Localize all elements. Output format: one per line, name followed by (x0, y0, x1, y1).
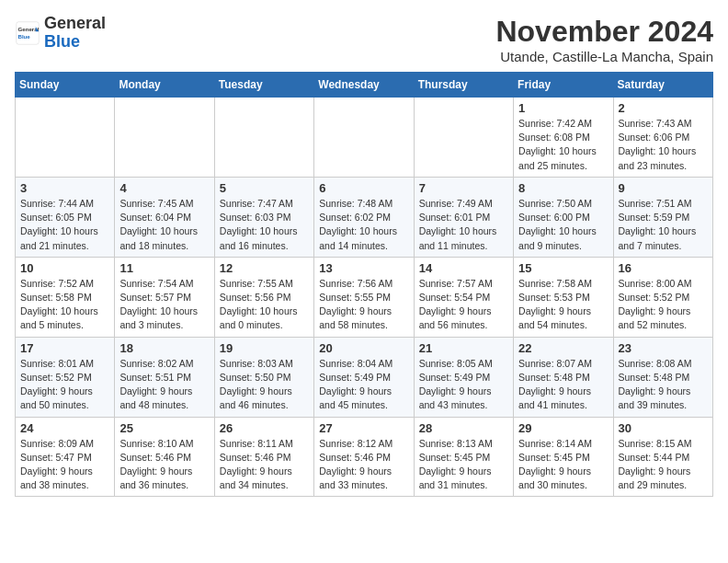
day-of-week-header: Wednesday (314, 73, 414, 98)
day-info: Sunrise: 8:15 AM Sunset: 5:44 PM Dayligh… (619, 437, 708, 493)
calendar-day-cell (214, 98, 313, 178)
calendar-week-row: 10Sunrise: 7:52 AM Sunset: 5:58 PM Dayli… (16, 257, 713, 337)
day-info: Sunrise: 7:58 AM Sunset: 5:53 PM Dayligh… (518, 277, 608, 333)
day-number: 27 (319, 421, 408, 435)
calendar-day-cell: 3Sunrise: 7:44 AM Sunset: 6:05 PM Daylig… (16, 177, 115, 257)
day-info: Sunrise: 8:03 AM Sunset: 5:50 PM Dayligh… (220, 357, 309, 413)
calendar-day-cell: 24Sunrise: 8:09 AM Sunset: 5:47 PM Dayli… (16, 417, 115, 497)
month-title: November 2024 (495, 15, 713, 49)
day-of-week-header: Sunday (16, 73, 115, 98)
calendar-day-cell: 15Sunrise: 7:58 AM Sunset: 5:53 PM Dayli… (514, 257, 613, 337)
day-number: 26 (220, 421, 309, 435)
day-number: 17 (20, 341, 109, 355)
day-number: 14 (419, 261, 508, 275)
day-number: 11 (119, 261, 209, 275)
calendar-week-row: 24Sunrise: 8:09 AM Sunset: 5:47 PM Dayli… (16, 417, 713, 497)
calendar-day-cell: 19Sunrise: 8:03 AM Sunset: 5:50 PM Dayli… (214, 337, 313, 417)
day-number: 9 (619, 181, 708, 195)
calendar-day-cell: 26Sunrise: 8:11 AM Sunset: 5:46 PM Dayli… (214, 417, 313, 497)
day-number: 18 (119, 341, 209, 355)
day-number: 2 (619, 101, 708, 115)
day-info: Sunrise: 7:51 AM Sunset: 5:59 PM Dayligh… (619, 197, 708, 253)
day-info: Sunrise: 8:05 AM Sunset: 5:49 PM Dayligh… (419, 357, 508, 413)
page-header: General Blue General Blue November 2024 … (15, 15, 713, 64)
calendar-day-cell (414, 98, 513, 178)
day-info: Sunrise: 7:56 AM Sunset: 5:55 PM Dayligh… (319, 277, 408, 333)
day-number: 30 (619, 421, 708, 435)
day-number: 6 (319, 181, 408, 195)
calendar-week-row: 1Sunrise: 7:42 AM Sunset: 6:08 PM Daylig… (16, 98, 713, 178)
day-info: Sunrise: 7:52 AM Sunset: 5:58 PM Dayligh… (20, 277, 109, 333)
day-number: 24 (20, 421, 109, 435)
day-number: 23 (619, 341, 708, 355)
calendar-day-cell: 29Sunrise: 8:14 AM Sunset: 5:45 PM Dayli… (514, 417, 613, 497)
logo-blue: Blue (44, 32, 80, 51)
day-of-week-header: Monday (115, 73, 214, 98)
calendar-day-cell: 13Sunrise: 7:56 AM Sunset: 5:55 PM Dayli… (314, 257, 414, 337)
calendar-day-cell: 11Sunrise: 7:54 AM Sunset: 5:57 PM Dayli… (115, 257, 214, 337)
day-info: Sunrise: 8:08 AM Sunset: 5:48 PM Dayligh… (619, 357, 708, 413)
logo-icon: General Blue (15, 20, 40, 46)
calendar-day-cell: 7Sunrise: 7:49 AM Sunset: 6:01 PM Daylig… (414, 177, 513, 257)
day-info: Sunrise: 7:57 AM Sunset: 5:54 PM Dayligh… (419, 277, 508, 333)
day-info: Sunrise: 7:47 AM Sunset: 6:03 PM Dayligh… (220, 197, 309, 253)
calendar-table: SundayMondayTuesdayWednesdayThursdayFrid… (15, 72, 713, 497)
day-number: 8 (518, 181, 608, 195)
day-number: 19 (220, 341, 309, 355)
calendar-day-cell: 8Sunrise: 7:50 AM Sunset: 6:00 PM Daylig… (514, 177, 613, 257)
day-number: 13 (319, 261, 408, 275)
calendar-day-cell: 28Sunrise: 8:13 AM Sunset: 5:45 PM Dayli… (414, 417, 513, 497)
day-info: Sunrise: 8:11 AM Sunset: 5:46 PM Dayligh… (220, 437, 309, 493)
day-info: Sunrise: 7:44 AM Sunset: 6:05 PM Dayligh… (20, 197, 109, 253)
calendar-day-cell: 5Sunrise: 7:47 AM Sunset: 6:03 PM Daylig… (214, 177, 313, 257)
day-of-week-header: Friday (514, 73, 613, 98)
calendar-day-cell: 25Sunrise: 8:10 AM Sunset: 5:46 PM Dayli… (115, 417, 214, 497)
day-number: 3 (20, 181, 109, 195)
day-info: Sunrise: 8:00 AM Sunset: 5:52 PM Dayligh… (619, 277, 708, 333)
day-number: 5 (220, 181, 309, 195)
calendar-day-cell: 16Sunrise: 8:00 AM Sunset: 5:52 PM Dayli… (613, 257, 712, 337)
day-info: Sunrise: 8:14 AM Sunset: 5:45 PM Dayligh… (518, 437, 608, 493)
title-block: November 2024 Utande, Castille-La Mancha… (495, 15, 713, 64)
day-info: Sunrise: 8:02 AM Sunset: 5:51 PM Dayligh… (119, 357, 209, 413)
calendar-week-row: 3Sunrise: 7:44 AM Sunset: 6:05 PM Daylig… (16, 177, 713, 257)
day-info: Sunrise: 8:12 AM Sunset: 5:46 PM Dayligh… (319, 437, 408, 493)
day-info: Sunrise: 7:49 AM Sunset: 6:01 PM Dayligh… (419, 197, 508, 253)
location-subtitle: Utande, Castille-La Mancha, Spain (495, 49, 713, 64)
logo: General Blue General Blue (15, 15, 106, 52)
calendar-day-cell: 2Sunrise: 7:43 AM Sunset: 6:06 PM Daylig… (613, 98, 712, 178)
calendar-day-cell: 18Sunrise: 8:02 AM Sunset: 5:51 PM Dayli… (115, 337, 214, 417)
logo-general: General (44, 14, 106, 32)
calendar-day-cell (115, 98, 214, 178)
calendar-day-cell: 10Sunrise: 7:52 AM Sunset: 5:58 PM Dayli… (16, 257, 115, 337)
calendar-day-cell (16, 98, 115, 178)
calendar-day-cell: 23Sunrise: 8:08 AM Sunset: 5:48 PM Dayli… (613, 337, 712, 417)
calendar-day-cell: 30Sunrise: 8:15 AM Sunset: 5:44 PM Dayli… (613, 417, 712, 497)
day-info: Sunrise: 7:48 AM Sunset: 6:02 PM Dayligh… (319, 197, 408, 253)
calendar-day-cell: 14Sunrise: 7:57 AM Sunset: 5:54 PM Dayli… (414, 257, 513, 337)
calendar-week-row: 17Sunrise: 8:01 AM Sunset: 5:52 PM Dayli… (16, 337, 713, 417)
svg-text:Blue: Blue (18, 33, 31, 40)
day-number: 10 (20, 261, 109, 275)
calendar-day-cell (314, 98, 414, 178)
day-info: Sunrise: 7:42 AM Sunset: 6:08 PM Dayligh… (518, 117, 608, 173)
calendar-day-cell: 20Sunrise: 8:04 AM Sunset: 5:49 PM Dayli… (314, 337, 414, 417)
day-info: Sunrise: 8:01 AM Sunset: 5:52 PM Dayligh… (20, 357, 109, 413)
day-number: 20 (319, 341, 408, 355)
day-number: 25 (119, 421, 209, 435)
day-info: Sunrise: 7:55 AM Sunset: 5:56 PM Dayligh… (220, 277, 309, 333)
day-number: 29 (518, 421, 608, 435)
calendar-day-cell: 12Sunrise: 7:55 AM Sunset: 5:56 PM Dayli… (214, 257, 313, 337)
day-number: 12 (220, 261, 309, 275)
day-info: Sunrise: 7:54 AM Sunset: 5:57 PM Dayligh… (119, 277, 209, 333)
calendar-day-cell: 27Sunrise: 8:12 AM Sunset: 5:46 PM Dayli… (314, 417, 414, 497)
day-number: 16 (619, 261, 708, 275)
day-info: Sunrise: 8:07 AM Sunset: 5:48 PM Dayligh… (518, 357, 608, 413)
calendar-day-cell: 17Sunrise: 8:01 AM Sunset: 5:52 PM Dayli… (16, 337, 115, 417)
day-info: Sunrise: 7:50 AM Sunset: 6:00 PM Dayligh… (518, 197, 608, 253)
day-info: Sunrise: 8:13 AM Sunset: 5:45 PM Dayligh… (419, 437, 508, 493)
day-number: 7 (419, 181, 508, 195)
day-number: 15 (518, 261, 608, 275)
logo-text: General Blue (44, 15, 106, 52)
calendar-day-cell: 21Sunrise: 8:05 AM Sunset: 5:49 PM Dayli… (414, 337, 513, 417)
